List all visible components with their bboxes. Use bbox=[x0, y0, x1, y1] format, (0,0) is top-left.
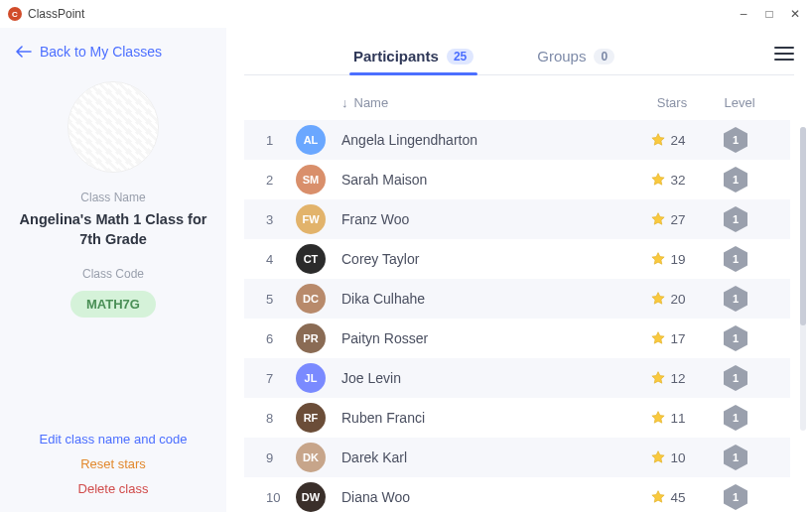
participant-row[interactable]: 10DWDiana Woo451 bbox=[244, 477, 790, 512]
sort-down-icon: ↓ bbox=[341, 95, 348, 110]
menu-button[interactable] bbox=[774, 46, 794, 65]
stars-cell: 27 bbox=[633, 211, 703, 227]
participant-name: Diana Woo bbox=[341, 489, 633, 505]
participant-name: Ruben Franci bbox=[341, 410, 633, 426]
participant-name: Franz Woo bbox=[341, 211, 633, 227]
avatar: RF bbox=[296, 403, 341, 433]
avatar: SM bbox=[296, 165, 341, 194]
stars-cell: 32 bbox=[633, 172, 703, 188]
main-panel: Participants 25 Groups 0 ↓ Name Stars Le… bbox=[226, 28, 812, 512]
level-badge-icon: 1 bbox=[724, 206, 747, 232]
scrollbar[interactable] bbox=[800, 127, 806, 431]
participant-name: Corey Taylor bbox=[341, 251, 633, 267]
participant-row[interactable]: 4CTCorey Taylor191 bbox=[244, 239, 790, 279]
participant-row[interactable]: 3FWFranz Woo271 bbox=[244, 199, 790, 239]
class-code-pill[interactable]: MATH7G bbox=[70, 291, 156, 318]
tab-participants[interactable]: Participants 25 bbox=[353, 38, 474, 74]
participant-row[interactable]: 2SMSarah Maison321 bbox=[244, 160, 790, 199]
title-bar: C ClassPoint – □ ✕ bbox=[0, 0, 812, 28]
tab-participants-label: Participants bbox=[353, 48, 439, 64]
level-badge-icon: 1 bbox=[724, 286, 747, 312]
level-badge-icon: 1 bbox=[724, 405, 747, 431]
participant-name: Darek Karl bbox=[341, 449, 633, 465]
rank: 3 bbox=[266, 212, 296, 227]
participant-name: Joe Levin bbox=[341, 370, 633, 386]
sidebar: Back to My Classes Class Name Angelina's… bbox=[0, 28, 226, 512]
level-cell: 1 bbox=[703, 167, 768, 192]
tab-participants-count: 25 bbox=[447, 49, 474, 64]
stars-cell: 11 bbox=[633, 410, 703, 426]
scrollbar-thumb[interactable] bbox=[800, 127, 806, 325]
arrow-left-icon bbox=[16, 46, 32, 58]
level-cell: 1 bbox=[703, 484, 768, 510]
window-close-button[interactable]: ✕ bbox=[786, 7, 804, 21]
stars-cell: 20 bbox=[633, 291, 703, 307]
class-image bbox=[68, 81, 159, 173]
rank: 5 bbox=[266, 292, 296, 307]
rank: 4 bbox=[266, 252, 296, 267]
class-name-label: Class Name bbox=[80, 191, 145, 204]
rank: 8 bbox=[266, 411, 296, 426]
participant-name: Paityn Rosser bbox=[341, 330, 633, 346]
avatar: DK bbox=[296, 443, 341, 472]
participant-row[interactable]: 5DCDika Culhahe201 bbox=[244, 279, 790, 319]
class-name: Angelina's Math 1 Class for 7th Grade bbox=[12, 210, 214, 249]
rank: 6 bbox=[266, 331, 296, 346]
stars-cell: 24 bbox=[633, 132, 703, 148]
participant-row[interactable]: 9DKDarek Karl101 bbox=[244, 438, 790, 477]
level-badge-icon: 1 bbox=[724, 325, 747, 351]
level-badge-icon: 1 bbox=[724, 365, 747, 391]
tab-groups-label: Groups bbox=[537, 48, 586, 64]
level-cell: 1 bbox=[703, 325, 768, 351]
participant-name: Angela Lingendharton bbox=[341, 132, 633, 148]
level-badge-icon: 1 bbox=[724, 167, 747, 192]
participant-name: Sarah Maison bbox=[341, 172, 633, 188]
stars-cell: 10 bbox=[633, 449, 703, 465]
level-badge-icon: 1 bbox=[724, 484, 747, 510]
participant-name: Dika Culhahe bbox=[341, 291, 633, 307]
rank: 9 bbox=[266, 450, 296, 465]
delete-class-link[interactable]: Delete class bbox=[78, 481, 149, 496]
back-label: Back to My Classes bbox=[40, 44, 162, 60]
avatar: FW bbox=[296, 204, 341, 234]
avatar: DC bbox=[296, 284, 341, 314]
level-cell: 1 bbox=[703, 206, 768, 232]
stars-cell: 17 bbox=[633, 330, 703, 346]
edit-class-link[interactable]: Edit class name and code bbox=[40, 432, 188, 447]
column-headers: ↓ Name Stars Level bbox=[244, 89, 794, 120]
level-cell: 1 bbox=[703, 445, 768, 470]
rank: 2 bbox=[266, 173, 296, 188]
column-level[interactable]: Level bbox=[707, 95, 772, 110]
app-title: ClassPoint bbox=[28, 7, 84, 21]
participant-row[interactable]: 6PRPaityn Rosser171 bbox=[244, 319, 790, 358]
tab-groups[interactable]: Groups 0 bbox=[537, 38, 614, 74]
stars-cell: 45 bbox=[633, 489, 703, 505]
column-stars[interactable]: Stars bbox=[637, 95, 707, 110]
app-logo-icon: C bbox=[8, 7, 22, 21]
level-badge-icon: 1 bbox=[724, 445, 747, 470]
window-maximize-button[interactable]: □ bbox=[760, 7, 778, 21]
level-cell: 1 bbox=[703, 127, 768, 153]
class-code-label: Class Code bbox=[82, 267, 144, 281]
participant-row[interactable]: 8RFRuben Franci111 bbox=[244, 398, 790, 438]
avatar: JL bbox=[296, 363, 341, 393]
rank: 7 bbox=[266, 371, 296, 386]
back-to-classes-link[interactable]: Back to My Classes bbox=[12, 44, 162, 60]
window-minimize-button[interactable]: – bbox=[735, 7, 752, 21]
level-badge-icon: 1 bbox=[724, 246, 747, 272]
level-cell: 1 bbox=[703, 405, 768, 431]
reset-stars-link[interactable]: Reset stars bbox=[80, 456, 146, 471]
column-name[interactable]: ↓ Name bbox=[341, 95, 637, 110]
participant-row[interactable]: 1ALAngela Lingendharton241 bbox=[244, 120, 790, 160]
avatar: AL bbox=[296, 125, 341, 155]
stars-cell: 12 bbox=[633, 370, 703, 386]
tabs: Participants 25 Groups 0 bbox=[244, 38, 794, 75]
level-cell: 1 bbox=[703, 246, 768, 272]
participant-row[interactable]: 7JLJoe Levin121 bbox=[244, 358, 790, 398]
level-badge-icon: 1 bbox=[724, 127, 747, 153]
level-cell: 1 bbox=[703, 365, 768, 391]
rank: 10 bbox=[266, 490, 296, 505]
avatar: DW bbox=[296, 482, 341, 512]
level-cell: 1 bbox=[703, 286, 768, 312]
tab-groups-count: 0 bbox=[594, 49, 614, 64]
